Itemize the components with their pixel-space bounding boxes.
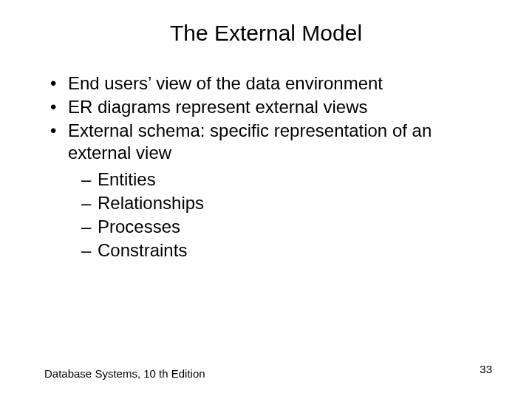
sub-bullet-list: Entities Relationships Processes Constra… xyxy=(68,168,488,262)
sub-bullet-item: Processes xyxy=(81,216,488,238)
sub-bullet-item: Relationships xyxy=(81,192,488,214)
slide: The External Model End users’ view of th… xyxy=(0,0,532,399)
bullet-item: End users’ view of the data environment xyxy=(50,72,488,95)
footer-source: Database Systems, 10 th Edition xyxy=(44,367,205,380)
slide-title: The External Model xyxy=(0,0,532,46)
bullet-item: External schema: specific representation… xyxy=(50,120,488,262)
slide-body: End users’ view of the data environment … xyxy=(0,46,532,262)
sub-bullet-item: Constraints xyxy=(81,239,488,262)
page-number: 33 xyxy=(480,363,492,375)
bullet-text: External schema: specific representation… xyxy=(68,120,432,163)
bullet-list: End users’ view of the data environment … xyxy=(50,72,488,262)
bullet-item: ER diagrams represent external views xyxy=(50,96,488,118)
sub-bullet-item: Entities xyxy=(81,168,488,191)
